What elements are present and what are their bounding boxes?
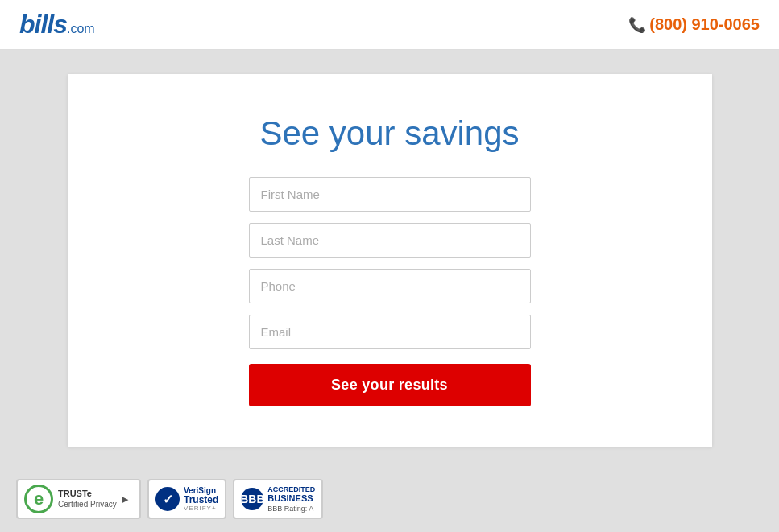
- phone-icon: 📞: [628, 16, 646, 34]
- phone-number: (800) 910-0065: [649, 15, 760, 34]
- first-name-input[interactable]: [249, 177, 531, 212]
- form-card: See your savings See your results: [68, 74, 712, 447]
- bbb-text: ACCREDITED BUSINESS BBB Rating: A: [267, 485, 315, 513]
- bbb-accredited: ACCREDITED: [267, 485, 315, 494]
- main-content: See your savings See your results: [0, 50, 779, 471]
- bbb-rating: BBB Rating: A: [267, 505, 315, 513]
- truste-label: TRUSTe: [58, 489, 117, 499]
- phone-input[interactable]: [249, 269, 531, 303]
- truste-e-icon: e: [24, 485, 53, 513]
- bbb-business: BUSINESS: [267, 493, 315, 504]
- verisign-verify: VERIFY+: [184, 505, 218, 513]
- truste-text: TRUSTe Certified Privacy: [58, 489, 117, 509]
- truste-sub: Certified Privacy: [58, 500, 117, 509]
- verisign-check-icon: ✓: [155, 487, 180, 511]
- bbb-seal-container: BBB: [241, 488, 263, 510]
- bbb-seal-icon: BBB: [241, 488, 263, 510]
- truste-arrow-icon: ▶: [122, 494, 128, 505]
- verisign-trusted: Trusted: [184, 495, 218, 505]
- email-input[interactable]: [249, 315, 531, 349]
- logo-dotcom-text: .com: [67, 22, 95, 36]
- page-title: See your savings: [259, 114, 519, 153]
- logo-bills-text: bills: [19, 10, 67, 39]
- footer-trust-badges: e TRUSTe Certified Privacy ▶ ✓ VeriSign …: [0, 471, 779, 527]
- verisign-badge: ✓ VeriSign Trusted VERIFY+: [147, 479, 226, 519]
- form: See your results: [249, 177, 531, 406]
- verisign-label: VeriSign: [184, 486, 218, 495]
- bbb-badge: BBB ACCREDITED BUSINESS BBB Rating: A: [233, 479, 323, 519]
- logo: bills.com: [19, 10, 95, 39]
- header: bills.com 📞 (800) 910-0065: [0, 0, 779, 50]
- submit-button[interactable]: See your results: [249, 364, 531, 406]
- phone-link[interactable]: 📞 (800) 910-0065: [628, 15, 760, 34]
- last-name-input[interactable]: [249, 223, 531, 258]
- truste-badge: e TRUSTe Certified Privacy ▶: [16, 479, 141, 519]
- verisign-text: VeriSign Trusted VERIFY+: [184, 486, 218, 513]
